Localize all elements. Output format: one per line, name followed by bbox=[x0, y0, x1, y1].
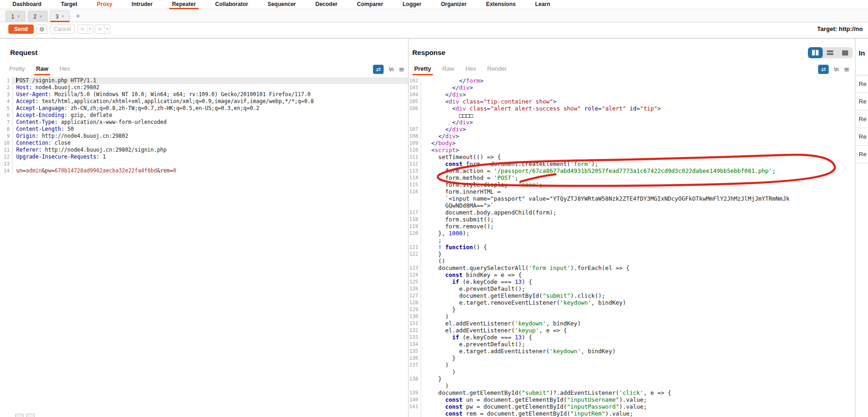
prev-arrow[interactable]: < bbox=[78, 25, 87, 33]
close-tab-icon[interactable]: × bbox=[39, 14, 42, 19]
line-text: Host: node4.buuoj.cn:29802 bbox=[13, 84, 408, 91]
next-request-button[interactable]: >▾ bbox=[95, 25, 110, 34]
code-token: bindKey = e => { bbox=[463, 271, 522, 278]
tab-render[interactable]: Render bbox=[487, 65, 507, 75]
line-number: 134 bbox=[409, 341, 421, 348]
line-number: 3 bbox=[0, 91, 13, 98]
code-token: > bbox=[452, 140, 456, 147]
send-button[interactable]: Send bbox=[8, 25, 34, 34]
request-panel: Request PrettyRawHex ⇄ \n ≡ 1POST /signi… bbox=[0, 39, 408, 417]
inspector-section-row[interactable]: Re bbox=[856, 128, 868, 146]
line-text: form.method = 'POST'; bbox=[421, 174, 855, 181]
code-token: e.target.addEventListener( bbox=[459, 348, 550, 355]
editor-menu-icon[interactable]: ≡ bbox=[844, 65, 850, 74]
code-token: "inputUsername" bbox=[567, 396, 619, 403]
menu-item-collaborator[interactable]: Collaborator bbox=[215, 0, 248, 9]
line-text: ) bbox=[421, 313, 855, 320]
inspector-section-row[interactable]: Re bbox=[856, 110, 868, 128]
prev-dropdown-icon[interactable]: ▾ bbox=[87, 25, 93, 33]
tab-hex[interactable]: Hex bbox=[465, 65, 476, 75]
prev-request-button[interactable]: <▾ bbox=[78, 25, 93, 34]
code-line: 139 document.getElementById("submit")?.a… bbox=[409, 389, 855, 396]
inspector-section-row[interactable]: Re bbox=[856, 93, 868, 110]
code-token: Accept: bbox=[16, 98, 38, 104]
menu-item-dashboard[interactable]: Dashboard bbox=[12, 0, 42, 9]
code-token: } bbox=[438, 375, 442, 382]
code-token: un = document.getElementById( bbox=[463, 396, 567, 403]
code-token: Referer: bbox=[16, 147, 42, 153]
line-number: 9 bbox=[0, 133, 13, 140]
line-number: 141 bbox=[409, 403, 421, 410]
menu-item-proxy[interactable]: Proxy bbox=[97, 0, 112, 9]
code-token: > bbox=[470, 119, 473, 126]
menu-item-logger[interactable]: Logger bbox=[403, 0, 422, 9]
menu-item-sequencer[interactable]: Sequencer bbox=[268, 0, 296, 9]
menu-item-organizer[interactable]: Organizer bbox=[441, 0, 467, 9]
inspector-section-row[interactable]: Re bbox=[856, 146, 868, 163]
line-text: } bbox=[421, 251, 855, 258]
search-bar-button[interactable] bbox=[26, 414, 35, 417]
line-number bbox=[409, 368, 421, 375]
close-tab-icon[interactable]: × bbox=[61, 14, 64, 19]
newline-toggle[interactable]: \n bbox=[389, 66, 393, 73]
inspector-section-row[interactable]: Re bbox=[856, 75, 868, 93]
line-number: 140 bbox=[409, 396, 421, 403]
tab-hex[interactable]: Hex bbox=[60, 65, 70, 75]
menu-item-comparer[interactable]: Comparer bbox=[357, 0, 383, 9]
code-line: 7Content-Type: application/x-www-form-ur… bbox=[0, 119, 408, 126]
next-dropdown-icon[interactable]: ▾ bbox=[104, 25, 110, 33]
code-token: Content-Type: bbox=[16, 119, 58, 125]
menu-item-repeater[interactable]: Repeater bbox=[172, 0, 196, 9]
code-line: 109 </body> bbox=[409, 140, 855, 147]
add-tab-button[interactable]: + bbox=[72, 12, 84, 22]
line-number bbox=[409, 237, 421, 244]
code-token: < bbox=[452, 105, 456, 112]
tab-pretty[interactable]: Pretty bbox=[414, 65, 431, 75]
session-tab-1[interactable]: 1× bbox=[6, 11, 25, 22]
repeater-tab-bar: 1×2×3×+ bbox=[0, 10, 868, 22]
search-bar-button[interactable] bbox=[15, 414, 24, 417]
request-title: Request bbox=[10, 49, 37, 56]
layout-rows-icon[interactable] bbox=[823, 47, 837, 58]
line-number: 111 bbox=[409, 153, 421, 160]
code-token: User-Agent: bbox=[16, 91, 51, 98]
line-text: </div> bbox=[421, 91, 855, 98]
line-number: 117 bbox=[409, 209, 421, 216]
line-text: Content-Length: 50 bbox=[13, 126, 408, 133]
request-editor[interactable]: 1POST /signin.php HTTP/1.12Host: node4.b… bbox=[0, 77, 408, 417]
cancel-button[interactable]: Cancel bbox=[50, 25, 75, 34]
response-editor[interactable]: 102 </form>103 </div>104 </div>105 <div … bbox=[409, 77, 855, 417]
menu-item-target[interactable]: Target bbox=[61, 0, 78, 9]
code-token: Content-Length: bbox=[16, 126, 64, 132]
code-line: 130 ) bbox=[409, 313, 855, 320]
session-tab-3[interactable]: 3× bbox=[50, 11, 70, 22]
newline-toggle[interactable]: \n bbox=[834, 66, 838, 73]
code-line: 127 document.getElementById("submit").cl… bbox=[409, 292, 855, 299]
session-tab-2[interactable]: 2× bbox=[28, 11, 48, 22]
wrap-toggle-icon[interactable]: ⇄ bbox=[818, 65, 829, 74]
layout-columns-icon[interactable] bbox=[808, 47, 823, 58]
tab-pretty[interactable]: Pretty bbox=[9, 65, 25, 75]
code-line: 108 </div> bbox=[409, 133, 855, 140]
menu-item-decoder[interactable]: Decoder bbox=[315, 0, 337, 9]
editors-area: Request PrettyRawHex ⇄ \n ≡ 1POST /signi… bbox=[0, 38, 868, 417]
layout-single-icon[interactable] bbox=[838, 47, 853, 58]
code-token: () { bbox=[473, 244, 487, 251]
code-token: "alert alert-success show" bbox=[490, 105, 581, 112]
tab-raw[interactable]: Raw bbox=[442, 65, 454, 75]
tab-raw[interactable]: Raw bbox=[36, 65, 49, 75]
editor-menu-icon[interactable]: ≡ bbox=[398, 65, 404, 74]
session-tab-label: 3 bbox=[55, 13, 59, 20]
menu-item-learn[interactable]: Learn bbox=[535, 0, 550, 9]
close-tab-icon[interactable]: × bbox=[17, 14, 20, 19]
menu-item-intruder[interactable]: Intruder bbox=[132, 0, 153, 9]
gear-icon[interactable]: ⚙ bbox=[37, 25, 47, 34]
line-text: GQwNDd8MA==">` bbox=[421, 202, 855, 209]
code-token: form.method = bbox=[445, 174, 494, 181]
next-arrow[interactable]: > bbox=[95, 25, 104, 33]
wrap-toggle-icon[interactable]: ⇄ bbox=[373, 65, 384, 74]
code-token: document.body.appendChild(form); bbox=[445, 209, 556, 216]
line-text: setTimeout(() => { bbox=[421, 153, 855, 160]
line-number: 122 bbox=[409, 251, 421, 258]
menu-item-extensions[interactable]: Extensions bbox=[486, 0, 516, 9]
